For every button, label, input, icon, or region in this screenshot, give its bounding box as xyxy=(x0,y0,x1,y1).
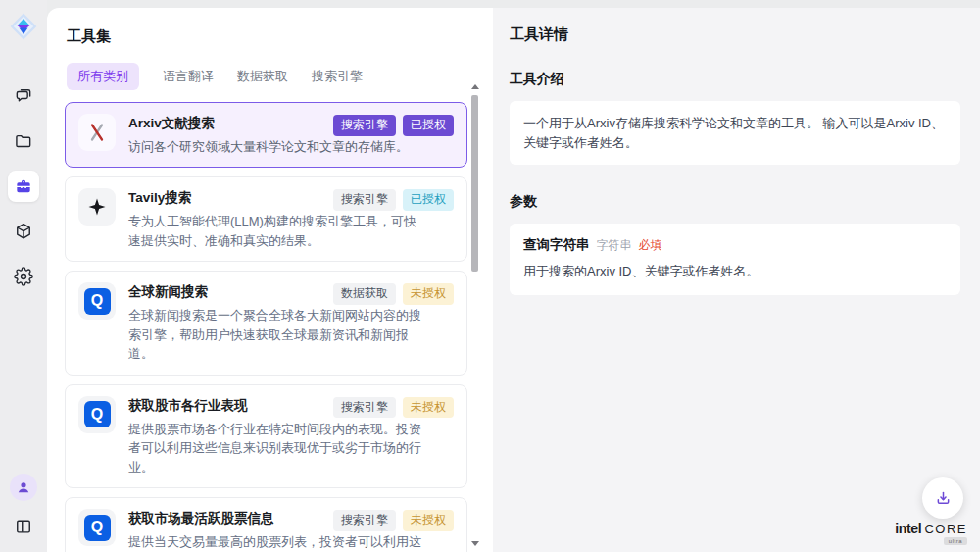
toolbox-icon[interactable] xyxy=(8,171,39,202)
folder-icon[interactable] xyxy=(8,125,39,157)
tab-search-engine[interactable]: 搜索引擎 xyxy=(312,63,363,90)
list-scrollbar[interactable] xyxy=(470,84,479,546)
category-badge: 搜索引擎 xyxy=(333,189,396,211)
app-window: 工具集 所有类别 语言翻译 数据获取 搜索引擎 Arxiv文献搜索 访问各个研究… xyxy=(0,0,980,552)
detail-title: 工具详情 xyxy=(510,25,960,44)
param-name: 查询字符串 xyxy=(523,236,590,254)
auth-badge: 未授权 xyxy=(403,397,454,419)
tab-all-categories[interactable]: 所有类别 xyxy=(67,63,139,90)
tavily-star-icon xyxy=(78,188,116,226)
param-required-badge: 必填 xyxy=(639,237,662,254)
tab-language-translation[interactable]: 语言翻译 xyxy=(163,63,214,90)
user-avatar-icon[interactable] xyxy=(10,474,37,501)
download-button[interactable] xyxy=(922,477,963,519)
tool-description: 访问各个研究领域大量科学论文和文章的存储库。 xyxy=(128,137,422,157)
param-description: 用于搜索的Arxiv ID、关键字或作者姓名。 xyxy=(523,263,947,280)
tool-card-active-stocks[interactable]: Q 获取市场最活跃股票信息 提供当天交易量最高的股票列表，投资者可以利用这些信息… xyxy=(65,497,467,552)
tool-description: 全球新闻搜索是一个聚合全球各大新闻网站内容的搜索引擎，帮助用户快速获取全球最新资… xyxy=(128,306,422,364)
tool-card-arxiv[interactable]: Arxiv文献搜索 访问各个研究领域大量科学论文和文章的存储库。 搜索引擎 已授… xyxy=(65,102,467,168)
q-search-icon: Q xyxy=(78,509,116,546)
app-logo-gem-icon[interactable] xyxy=(9,12,38,41)
gear-icon[interactable] xyxy=(8,261,39,292)
category-tabs: 所有类别 语言翻译 数据获取 搜索引擎 xyxy=(67,63,467,90)
arxiv-icon xyxy=(78,114,116,151)
tab-data-acquisition[interactable]: 数据获取 xyxy=(237,63,288,90)
intro-heading: 工具介绍 xyxy=(510,71,960,88)
page-title: 工具集 xyxy=(67,27,467,46)
tool-list: Arxiv文献搜索 访问各个研究领域大量科学论文和文章的存储库。 搜索引擎 已授… xyxy=(65,102,467,552)
category-badge: 搜索引擎 xyxy=(333,510,396,531)
tool-card-stock-sectors[interactable]: Q 获取股市各行业表现 提供股票市场各个行业在特定时间段内的表现。投资者可以利用… xyxy=(65,384,467,488)
scrollbar-up-arrow-icon[interactable] xyxy=(471,84,479,89)
download-icon xyxy=(934,489,953,508)
tool-card-global-news[interactable]: Q 全球新闻搜索 全球新闻搜索是一个聚合全球各大新闻网站内容的搜索引擎，帮助用户… xyxy=(65,271,467,375)
params-heading: 参数 xyxy=(510,193,960,211)
tool-card-tavily[interactable]: Tavily搜索 专为人工智能代理(LLM)构建的搜索引擎工具，可快速提供实时、… xyxy=(65,176,467,262)
tool-detail-panel: 工具详情 工具介绍 一个用于从Arxiv存储库搜索科学论文和文章的工具。 输入可… xyxy=(493,8,980,552)
tools-panel: 工具集 所有类别 语言翻译 数据获取 搜索引擎 Arxiv文献搜索 访问各个研究… xyxy=(47,8,493,552)
scrollbar-down-arrow-icon[interactable] xyxy=(471,541,479,546)
category-badge: 搜索引擎 xyxy=(333,397,396,419)
auth-badge: 已授权 xyxy=(403,115,454,136)
auth-badge: 未授权 xyxy=(403,510,454,531)
panel-toggle-icon[interactable] xyxy=(8,511,39,542)
param-type: 字符串 xyxy=(597,237,632,254)
q-search-icon: Q xyxy=(78,282,116,320)
tool-description: 专为人工智能代理(LLM)构建的搜索引擎工具，可快速提供实时、准确和真实的结果。 xyxy=(128,212,422,250)
tool-description: 提供当天交易量最高的股票列表，投资者可以利用这些信息来识别流动性强的股票和潜在的… xyxy=(128,532,422,552)
core-brand-text: CORE xyxy=(924,522,967,536)
q-search-icon: Q xyxy=(78,396,116,433)
cube-icon[interactable] xyxy=(8,216,39,247)
tool-description: 提供股票市场各个行业在特定时间段内的表现。投资者可以利用这些信息来识别表现优于或… xyxy=(128,420,422,477)
sidebar-bottom xyxy=(8,474,39,542)
category-badge: 搜索引擎 xyxy=(333,115,396,136)
auth-badge: 未授权 xyxy=(403,283,454,305)
intel-core-logo: intel CORE ultra xyxy=(895,521,967,545)
intro-card: 一个用于从Arxiv存储库搜索科学论文和文章的工具。 输入可以是Arxiv ID… xyxy=(510,101,960,165)
sidebar-nav xyxy=(8,80,39,292)
ultra-brand-badge: ultra xyxy=(944,537,967,545)
chat-icon[interactable] xyxy=(8,80,39,112)
sidebar xyxy=(0,0,47,552)
intel-brand-text: intel xyxy=(895,521,921,536)
auth-badge: 已授权 xyxy=(403,189,454,211)
scrollbar-thumb[interactable] xyxy=(471,95,478,272)
param-card: 查询字符串 字符串 必填 用于搜索的Arxiv ID、关键字或作者姓名。 xyxy=(510,224,960,295)
intro-text: 一个用于从Arxiv存储库搜索科学论文和文章的工具。 输入可以是Arxiv ID… xyxy=(523,116,944,150)
category-badge: 数据获取 xyxy=(333,283,396,305)
